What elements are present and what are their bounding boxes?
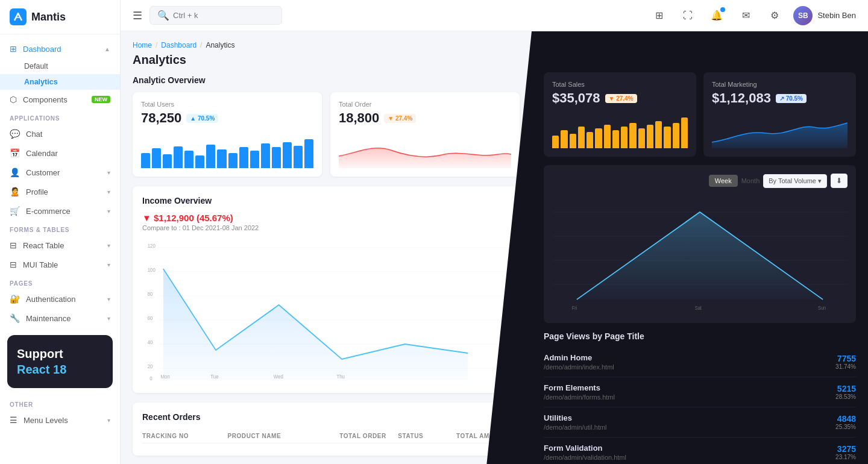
user-profile-button[interactable]: SB Stebin Ben (793, 6, 856, 25)
chevron-down-icon-2: ▾ (107, 189, 110, 195)
svg-text:120: 120 (148, 242, 156, 249)
svg-text:Sat: Sat (695, 305, 702, 311)
income-compare-text: Compare to : 01 Dec 2021-08 Jan 2022 (142, 224, 259, 231)
messages-button[interactable]: ✉ (735, 5, 756, 26)
total-users-label: Total Users (141, 101, 313, 108)
sidebar-item-react-table[interactable]: ⊟ React Table ▾ (0, 236, 120, 255)
svg-text:60: 60 (148, 315, 153, 321)
sidebar-item-analytics[interactable]: Analytics (0, 74, 120, 90)
sidebar-item-components[interactable]: ⬡ Components new (0, 90, 120, 109)
react-table-icon: ⊟ (10, 240, 17, 250)
dark-analytics-cards: Total Sales $35,078 ▼ 27.4% (544, 72, 856, 157)
apps-button[interactable]: ⊞ (649, 5, 669, 26)
pv-value-2: 5215 (835, 384, 856, 393)
pv-pct-3: 25.35% (835, 424, 856, 430)
month-button[interactable]: Month (741, 177, 760, 184)
pv-value-4: 3275 (835, 444, 856, 454)
col-total-amount: TOTAL AMOUNT (456, 433, 510, 439)
breadcrumb-home[interactable]: Home (133, 41, 152, 49)
sidebar-calendar-label: Calendar (26, 149, 58, 158)
page-title: Analytics (133, 53, 520, 67)
sidebar-customer-label: Customer (26, 168, 60, 177)
volume-select[interactable]: By Total Volume ▾ (763, 174, 827, 188)
section-label-other: Other (0, 395, 120, 410)
total-order-value: 18,800 (339, 110, 379, 126)
sidebar-item-ecommerce[interactable]: 🛒 E-commerce ▾ (0, 201, 120, 221)
page-views-list: Admin Home /demo/admin/index.html 7755 3… (544, 347, 856, 464)
pv-url-1: /demo/admin/index.html (544, 363, 614, 371)
pv-pct-2: 28.53% (835, 393, 856, 400)
sidebar-item-dashboard[interactable]: ⊞ Dashboard ▲ (0, 39, 120, 58)
svg-text:Fri: Fri (572, 305, 577, 311)
col-total-order: TOTAL ORDER (339, 433, 393, 439)
support-react18-card[interactable]: Support React 18 (7, 335, 113, 388)
pv-url-3: /demo/admin/util.html (544, 424, 607, 431)
income-overview-title: Income Overview (142, 196, 510, 205)
profile-icon: 🙎 (10, 187, 20, 196)
pv-pct-4: 23.17% (835, 454, 856, 460)
total-order-badge: ▼ 27.4% (384, 114, 416, 123)
content-left-panel: Home / Dashboard / Analytics Analytics A… (121, 31, 532, 464)
new-badge: new (92, 96, 110, 103)
chevron-down-icon-7: ▾ (107, 315, 110, 322)
content-right-panel: Total Sales $35,078 ▼ 27.4% (532, 31, 868, 464)
total-sales-badge: ▼ 27.4% (605, 94, 637, 103)
chevron-up-icon: ▲ (104, 46, 110, 52)
fullscreen-button[interactable]: ⛶ (678, 5, 698, 26)
customer-icon: 👤 (10, 168, 20, 177)
chevron-down-icon-6: ▾ (107, 296, 110, 303)
svg-text:100: 100 (148, 266, 156, 273)
chat-icon: 💬 (10, 129, 20, 139)
breadcrumb: Home / Dashboard / Analytics (133, 41, 520, 49)
header-actions: ⊞ ⛶ 🔔 ✉ ⚙ SB Stebin Ben (649, 5, 856, 26)
total-marketing-chart (712, 112, 848, 148)
sidebar-item-chat[interactable]: 💬 Chat (0, 124, 120, 143)
notifications-button[interactable]: 🔔 (706, 5, 727, 26)
section-label-forms: Forms & Tables (0, 221, 120, 236)
sidebar-logo[interactable]: Mantis (0, 0, 120, 34)
sidebar-item-calendar[interactable]: 📅 Calendar (0, 143, 120, 163)
recent-orders-section: Recent Orders TRACKING NO PRODUCT NAME T… (133, 403, 520, 456)
svg-text:Mon: Mon (161, 373, 171, 380)
sidebar-item-maintenance[interactable]: 🔧 Maintenance ▾ (0, 309, 120, 328)
breadcrumb-dashboard[interactable]: Dashboard (161, 41, 197, 49)
search-icon: 🔍 (157, 10, 169, 21)
sidebar-item-authentication[interactable]: 🔐 Authentication ▾ (0, 289, 120, 309)
sidebar-item-default[interactable]: Default (0, 58, 120, 74)
settings-button[interactable]: ⚙ (764, 5, 785, 26)
orders-table-header: TRACKING NO PRODUCT NAME TOTAL ORDER STA… (142, 429, 510, 444)
pv-title-4: Form Validation (544, 444, 626, 453)
maintenance-icon: 🔧 (10, 313, 20, 323)
sidebar-item-menu-levels[interactable]: ☰ Menu Levels ▾ (0, 410, 120, 430)
col-status: STATUS (398, 433, 451, 439)
main-area: ☰ 🔍 ⊞ ⛶ 🔔 ✉ ⚙ SB Stebin Ben Home (121, 0, 868, 464)
income-header: ▼ $1,12,900 (45.67%) Compare to : 01 Dec… (142, 213, 510, 231)
total-sales-label: Total Sales (552, 81, 688, 88)
sidebar-item-mui-table[interactable]: ⊟ MUI Table ▾ (0, 255, 120, 274)
pv-url-4: /demo/admin/validation.html (544, 454, 626, 461)
ecommerce-icon: 🛒 (10, 206, 20, 216)
svg-text:40: 40 (148, 339, 153, 345)
global-search-bar[interactable]: 🔍 (149, 6, 282, 25)
sidebar-menu-levels-label: Menu Levels (24, 416, 68, 425)
sidebar-profile-label: Profile (26, 187, 48, 196)
components-icon: ⬡ (10, 95, 17, 104)
svg-text:Tue: Tue (210, 373, 219, 380)
svg-text:20: 20 (148, 363, 153, 369)
calendar-icon: 📅 (10, 148, 20, 158)
sidebar-item-customer[interactable]: 👤 Customer ▾ (0, 163, 120, 182)
sidebar-navigation: ⊞ Dashboard ▲ Default Analytics ⬡ Compon… (0, 34, 120, 464)
pv-value-3: 4848 (835, 414, 856, 424)
col-tracking: TRACKING NO (142, 433, 222, 439)
user-display-name: Stebin Ben (817, 11, 856, 20)
week-button[interactable]: Week (709, 175, 738, 187)
sidebar-item-profile[interactable]: 🙎 Profile ▾ (0, 182, 120, 201)
pv-title-1: Admin Home (544, 353, 614, 362)
section-label-applications: Applications (0, 109, 120, 124)
pv-item-4: Form Validation /demo/admin/validation.h… (544, 437, 856, 464)
search-input[interactable] (173, 11, 274, 20)
page-views-title: Page Views by Page Title (544, 331, 856, 341)
download-button[interactable]: ⬇ (831, 174, 848, 188)
chevron-down-icon-3: ▾ (107, 208, 110, 215)
menu-toggle-button[interactable]: ☰ (133, 9, 142, 22)
